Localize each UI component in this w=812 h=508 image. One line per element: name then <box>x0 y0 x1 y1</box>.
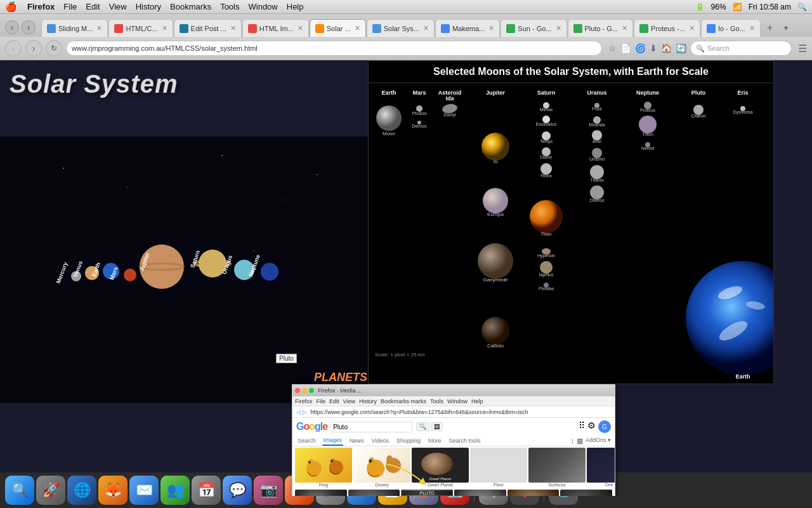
tab-close-7[interactable]: ✕ <box>488 24 494 32</box>
dock-facetime[interactable]: 📷 <box>254 476 283 505</box>
battery-percent: 96% <box>711 3 726 11</box>
forward-button[interactable]: › <box>22 20 36 34</box>
tab-close-4[interactable]: ✕ <box>298 24 303 32</box>
google-menu-history[interactable]: History <box>359 398 377 404</box>
tab-close-6[interactable]: ✕ <box>423 24 429 32</box>
google-menu-edit[interactable]: Edit <box>329 398 339 404</box>
svg-text:Titania: Titania <box>591 178 604 182</box>
google-image-item-6[interactable]: One <box>587 448 615 487</box>
google-menu-window[interactable]: Window <box>447 398 468 404</box>
google-tab-tools[interactable]: Search tools <box>447 436 481 445</box>
google-menu-tools[interactable]: Tools <box>430 398 443 404</box>
dock-launchpad[interactable]: 🚀 <box>36 476 65 505</box>
refresh-button[interactable]: ↻ <box>46 40 62 57</box>
dock-calendar[interactable]: 📅 <box>192 476 221 505</box>
dock-email[interactable]: ✉️ <box>129 476 159 505</box>
google-menu-item[interactable]: Firefox <box>295 398 313 404</box>
tab-overflow-button[interactable]: ▾ <box>780 22 792 34</box>
tab-4[interactable]: HTML Im... ✕ <box>242 19 309 37</box>
google-addons-label[interactable]: AddOns ▾ <box>586 437 611 445</box>
google-menu-bookmarks[interactable]: Bookmarks·marks <box>381 398 426 404</box>
url-bar[interactable]: www.rjmprogramming.com.au/HTMLCSS/solar_… <box>66 41 602 56</box>
menu-bookmarks[interactable]: Bookmarks <box>170 2 211 11</box>
google-menu-view[interactable]: View <box>343 398 355 404</box>
google-filter-icon[interactable]: ▦ <box>577 437 583 445</box>
tab-5-solar[interactable]: Solar ... ✕ <box>310 19 366 37</box>
tab-close-2[interactable]: ✕ <box>162 24 167 32</box>
tab-close-8[interactable]: ✕ <box>556 24 561 32</box>
dock-contacts[interactable]: 👥 <box>160 476 190 505</box>
menu-view[interactable]: View <box>109 2 127 11</box>
google-image-item-12[interactable] <box>560 490 612 496</box>
google-image-item-7[interactable] <box>295 490 347 496</box>
google-address-bar[interactable]: ◁ ▷ https://www.google.com/search?q=Plut… <box>292 406 615 418</box>
menu-firefox[interactable]: Firefox <box>27 2 55 11</box>
apple-menu[interactable]: 🍎 <box>5 1 17 13</box>
home-icon[interactable]: 🏠 <box>661 43 672 53</box>
google-image-item-1[interactable]: Ring <box>295 448 352 487</box>
google-tab-videos[interactable]: Videos <box>370 436 390 445</box>
tab-favicon-6 <box>372 24 381 33</box>
tab-2[interactable]: HTML/C... ✕ <box>108 19 173 37</box>
tab-8[interactable]: Sun - Go... ✕ <box>501 19 566 37</box>
menu-button[interactable]: ☰ <box>798 43 807 55</box>
dock-finder[interactable]: 🔍 <box>5 476 34 505</box>
tab-9[interactable]: Pluto - G... ✕ <box>568 19 634 37</box>
google-image-item-11[interactable] <box>508 490 560 496</box>
tab-close-10[interactable]: ✕ <box>689 24 695 32</box>
google-settings-icon[interactable]: ⚙ <box>587 420 596 433</box>
address-bar: ‹ › ↻ www.rjmprogramming.com.au/HTMLCSS/… <box>0 37 812 60</box>
google-search-button[interactable]: 🔍 <box>416 422 429 431</box>
svg-text:Hyperion: Hyperion <box>537 253 555 258</box>
dock-firefox[interactable]: 🦊 <box>98 476 128 505</box>
google-account-icon[interactable]: G <box>598 420 611 433</box>
dock-safari[interactable]: 🌐 <box>67 476 96 505</box>
tab-10[interactable]: Proteus -... ✕ <box>634 19 700 37</box>
google-sort-icon[interactable]: ↕ <box>570 437 574 445</box>
tab-11[interactable]: Io - Go... ✕ <box>701 19 761 37</box>
google-image-item-4[interactable]: Floor <box>470 448 527 487</box>
menu-file[interactable]: File <box>63 2 77 11</box>
tab-close-3[interactable]: ✕ <box>230 24 236 32</box>
star-bookmark-icon[interactable]: ☆ <box>608 43 617 53</box>
google-apps-icon[interactable]: ⠿ <box>579 420 585 433</box>
google-search-input[interactable] <box>330 422 412 432</box>
tab-6[interactable]: Solar Sys... ✕ <box>367 19 435 37</box>
svg-text:Phoebe: Phoebe <box>539 286 554 291</box>
menu-history[interactable]: History <box>136 2 161 11</box>
tab-close-5[interactable]: ✕ <box>355 24 360 32</box>
svg-text:Saturn: Saturn <box>537 90 556 96</box>
tab-close-9[interactable]: ✕ <box>622 24 627 32</box>
google-image-item-10[interactable] <box>454 490 506 496</box>
menu-edit[interactable]: Edit <box>86 2 100 11</box>
google-menu-file[interactable]: File <box>317 398 326 404</box>
google-menu-help[interactable]: Help <box>471 398 483 404</box>
forward-nav-button[interactable]: › <box>25 40 42 57</box>
menu-tools[interactable]: Tools <box>220 2 239 11</box>
download-icon[interactable]: ⬇ <box>650 43 657 53</box>
google-tab-search[interactable]: Search <box>296 436 317 445</box>
tab-7[interactable]: Makema... ✕ <box>435 19 500 37</box>
dock-messages[interactable]: 💬 <box>223 476 252 505</box>
menu-window[interactable]: Window <box>249 2 278 11</box>
tab-1[interactable]: Sliding M... ✕ <box>41 19 108 37</box>
search-bar[interactable]: 🔍 Search <box>690 41 792 56</box>
search-icon[interactable]: 🔍 <box>797 3 807 11</box>
pocket-icon[interactable]: 🌀 <box>635 43 646 53</box>
back-nav-button[interactable]: ‹ <box>5 40 22 57</box>
google-tab-images[interactable]: Images <box>322 436 344 446</box>
menu-help[interactable]: Help <box>287 2 304 11</box>
google-image-search-button[interactable]: 🖼 <box>431 422 443 431</box>
tab-close-1[interactable]: ✕ <box>96 24 102 32</box>
back-button[interactable]: ‹ <box>5 20 19 34</box>
google-tab-more[interactable]: More <box>427 436 443 445</box>
page-title: Solar System <box>10 70 178 98</box>
google-tab-shopping[interactable]: Shopping <box>395 436 422 445</box>
google-tab-news[interactable]: News <box>348 436 365 445</box>
tab-close-11[interactable]: ✕ <box>749 24 755 32</box>
reader-icon[interactable]: 📄 <box>620 43 631 53</box>
sync-icon[interactable]: 🔄 <box>676 43 686 53</box>
new-tab-button[interactable]: + <box>761 19 779 37</box>
google-image-item-5[interactable]: Surfaces <box>528 448 586 487</box>
tab-3[interactable]: Edit Post ... ✕ <box>174 19 242 37</box>
